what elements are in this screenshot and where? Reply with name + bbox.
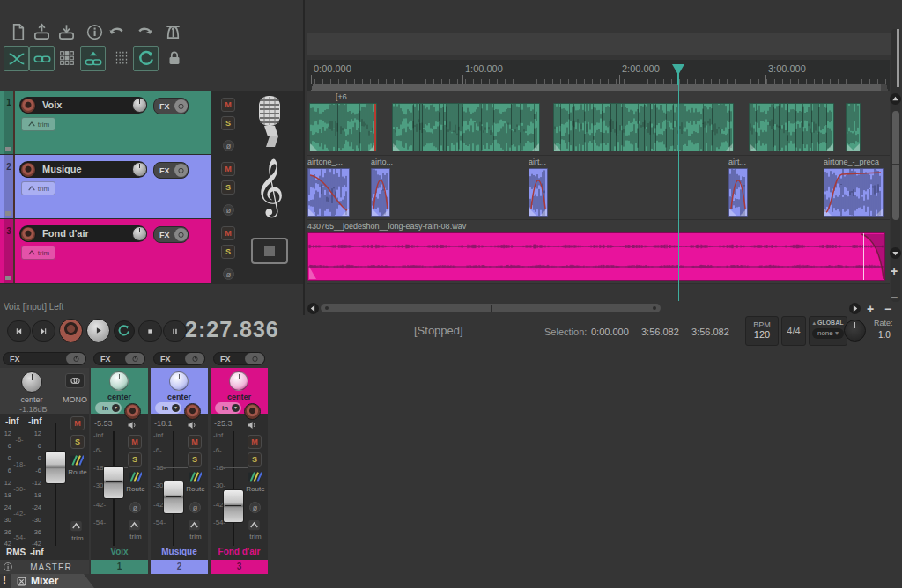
mute-button[interactable]: M	[221, 162, 235, 176]
route-button[interactable]	[248, 470, 264, 484]
vertical-scrollbar-thumb[interactable]	[892, 111, 899, 220]
timeline-ruler[interactable]: 0:00.0001:00.0002:00.0003:00.000	[307, 60, 890, 84]
scroll-down-button[interactable]	[890, 247, 901, 259]
play-button[interactable]	[86, 319, 110, 342]
media-item[interactable]	[307, 232, 885, 281]
metronome-button[interactable]	[162, 21, 183, 42]
volume-fader[interactable]	[103, 466, 124, 499]
fx-button[interactable]: FX	[153, 162, 189, 179]
lock-toggle[interactable]	[162, 46, 186, 70]
mute-button[interactable]: M	[188, 435, 202, 449]
volume-value[interactable]: -5.53	[94, 419, 113, 428]
pan-knob[interactable]	[169, 371, 189, 391]
record-arm-button[interactable]	[20, 226, 36, 242]
scroll-right-button[interactable]	[849, 303, 861, 314]
fx-power-icon[interactable]	[125, 353, 144, 364]
volume-fader[interactable]	[163, 481, 184, 514]
scroll-up-button[interactable]	[890, 93, 901, 105]
ripple-edit-toggle[interactable]	[109, 46, 133, 70]
media-item[interactable]	[309, 103, 377, 151]
fx-power-icon[interactable]	[66, 353, 85, 364]
phase-button[interactable]: ø	[223, 140, 234, 151]
fx-power-icon[interactable]	[245, 353, 264, 364]
input-select[interactable]: in▾	[215, 402, 241, 414]
scroll-left-button[interactable]	[307, 303, 319, 314]
trim-envelope-button[interactable]: trim	[21, 117, 55, 131]
project-settings-button[interactable]	[84, 21, 105, 42]
solo-button[interactable]: S	[128, 452, 142, 467]
pan-knob[interactable]	[132, 162, 147, 177]
record-button[interactable]	[59, 319, 83, 342]
selection-start[interactable]: 0:00.000	[591, 327, 629, 337]
bpm-box[interactable]: BPM 120	[745, 316, 779, 346]
volume-fader[interactable]	[223, 489, 244, 523]
strip-track-number[interactable]: 2	[151, 560, 208, 574]
media-item[interactable]	[728, 168, 748, 217]
track-fx-slot[interactable]: FX	[213, 352, 265, 365]
grid-matrix-toggle[interactable]	[55, 46, 78, 70]
pause-button[interactable]	[163, 320, 187, 342]
master-fx-slot[interactable]: FX	[3, 352, 86, 365]
master-gain-value[interactable]: -1.18dB	[19, 405, 48, 414]
record-arm-button[interactable]	[244, 403, 261, 420]
global-mode-select[interactable]: none ▾	[812, 328, 844, 339]
time-signature-box[interactable]: 4/4	[781, 316, 806, 346]
horizontal-scrollbar-thumb[interactable]	[321, 304, 661, 312]
fx-power-icon[interactable]	[185, 353, 204, 364]
volume-value[interactable]: -18.1	[154, 419, 173, 428]
envelope-group-toggle[interactable]	[80, 46, 106, 71]
mute-button[interactable]: M	[248, 435, 262, 449]
media-item[interactable]	[529, 168, 548, 217]
input-select[interactable]: in▾	[95, 402, 122, 414]
solo-button[interactable]: S	[221, 116, 235, 130]
record-arm-button[interactable]	[124, 403, 141, 420]
redo-button[interactable]	[134, 21, 155, 42]
phase-button[interactable]: ø	[249, 502, 261, 513]
zoom-out-horizontal-button[interactable]: −	[884, 304, 891, 314]
fx-button[interactable]: FX	[153, 98, 189, 114]
time-display[interactable]: 2:27.836	[185, 317, 279, 342]
record-arm-button[interactable]	[184, 403, 201, 420]
mute-button[interactable]: M	[221, 98, 235, 112]
phase-button[interactable]: ø	[223, 268, 234, 280]
fx-power-icon[interactable]	[174, 164, 188, 177]
route-button[interactable]	[188, 470, 204, 484]
record-arm-button[interactable]	[20, 98, 36, 114]
playrate-knob[interactable]	[844, 320, 866, 342]
volume-value[interactable]: -25.3	[214, 419, 233, 428]
solo-button[interactable]: S	[188, 452, 202, 467]
info-circle-icon[interactable]	[3, 562, 13, 572]
master-fader[interactable]	[45, 451, 66, 484]
master-footer[interactable]: MASTER	[0, 560, 89, 574]
trim-envelope-button[interactable]: trim	[21, 181, 55, 195]
master-mute-button[interactable]: M	[70, 416, 85, 430]
strip-track-number[interactable]: 3	[211, 560, 268, 574]
phase-button[interactable]: ø	[129, 502, 141, 513]
track-lane-mini-button[interactable]	[5, 211, 11, 216]
zoom-out-vertical-button[interactable]: −	[891, 292, 898, 303]
media-item[interactable]	[392, 103, 540, 151]
pan-knob[interactable]	[109, 371, 129, 391]
master-solo-button[interactable]: S	[70, 435, 85, 449]
fx-power-icon[interactable]	[174, 99, 188, 113]
track-name-bar[interactable]	[19, 97, 147, 114]
new-project-button[interactable]	[7, 21, 28, 42]
global-automation-box[interactable]: ▴ GLOBAL none ▾	[809, 316, 847, 346]
track-lane-mini-button[interactable]	[5, 147, 11, 151]
trim-button[interactable]	[128, 518, 144, 532]
save-project-button[interactable]	[55, 21, 77, 42]
media-item[interactable]	[553, 103, 734, 151]
trim-button[interactable]	[248, 518, 263, 532]
go-to-end-button[interactable]	[32, 320, 55, 342]
mute-button[interactable]: M	[128, 435, 142, 449]
fader-track[interactable]	[233, 431, 234, 546]
rate-value[interactable]: 1.0	[878, 330, 891, 340]
trim-button[interactable]	[188, 518, 203, 532]
solo-button[interactable]: S	[248, 452, 262, 467]
track-fx-slot[interactable]: FX	[153, 352, 205, 365]
pan-knob[interactable]	[132, 98, 147, 113]
repeat-button[interactable]	[114, 320, 135, 342]
track-lane-mini-button[interactable]	[5, 276, 11, 280]
auto-crossfade-toggle[interactable]	[4, 46, 29, 71]
timeline-scrub-strip[interactable]	[307, 84, 890, 91]
